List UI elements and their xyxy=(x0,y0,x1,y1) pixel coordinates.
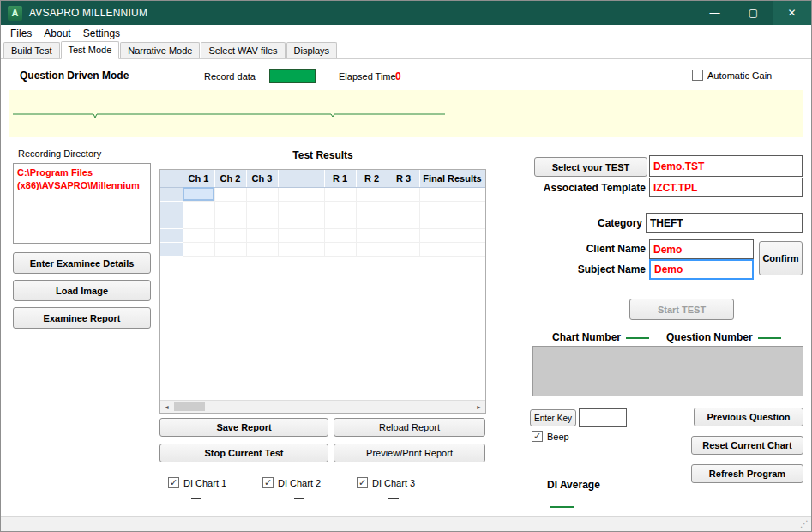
tab-displays[interactable]: Displays xyxy=(286,42,338,58)
test-results-title: Test Results xyxy=(159,149,486,161)
maximize-button[interactable]: ▢ xyxy=(734,1,773,25)
table-cell[interactable] xyxy=(214,228,246,242)
row-header-cell[interactable] xyxy=(160,187,183,201)
close-button[interactable]: ✕ xyxy=(773,1,811,25)
table-cell[interactable] xyxy=(183,201,214,215)
menu-about[interactable]: About xyxy=(38,27,76,39)
table-cell[interactable] xyxy=(278,187,324,201)
table-cell[interactable] xyxy=(388,228,419,242)
tab-bar: Build Test Test Mode Narrative Mode Sele… xyxy=(1,41,811,59)
table-cell[interactable] xyxy=(278,228,324,242)
waveform-display xyxy=(9,90,803,137)
beep-checkbox[interactable]: ✓ Beep xyxy=(532,431,569,442)
table-cell[interactable] xyxy=(388,242,419,256)
table-cell[interactable] xyxy=(419,215,485,228)
table-cell[interactable] xyxy=(183,215,214,228)
column-header-r1: R 1 xyxy=(324,170,356,187)
table-cell[interactable] xyxy=(324,187,356,201)
row-header-cell[interactable] xyxy=(160,215,183,228)
table-cell[interactable] xyxy=(214,215,246,228)
di-chart-3-checkbox[interactable]: ✓ DI Chart 3 xyxy=(357,477,415,488)
table-cell[interactable] xyxy=(388,215,419,228)
table-cell[interactable] xyxy=(246,201,278,215)
select-your-test-button[interactable]: Select your TEST xyxy=(534,157,647,177)
menu-files[interactable]: Files xyxy=(4,27,38,39)
table-cell[interactable] xyxy=(388,187,419,201)
save-report-button[interactable]: Save Report xyxy=(159,418,328,437)
table-cell[interactable] xyxy=(419,201,485,215)
table-cell[interactable] xyxy=(356,201,388,215)
table-cell[interactable] xyxy=(214,242,246,256)
waveform-trace-icon xyxy=(9,90,803,137)
category-field[interactable] xyxy=(646,213,803,233)
di-chart-1-checkbox[interactable]: ✓ DI Chart 1 xyxy=(168,477,226,488)
row-header-cell[interactable] xyxy=(160,228,183,242)
table-cell[interactable] xyxy=(214,187,246,201)
scroll-left-icon[interactable]: ◄ xyxy=(160,401,173,413)
table-cell[interactable] xyxy=(388,201,419,215)
examinee-report-button[interactable]: Examinee Report xyxy=(13,307,151,329)
load-image-button[interactable]: Load Image xyxy=(13,280,151,301)
question-number-label: Question Number xyxy=(666,331,753,343)
table-cell[interactable] xyxy=(356,228,388,242)
table-cell[interactable] xyxy=(246,242,278,256)
client-name-field[interactable] xyxy=(649,239,754,259)
resize-grip-icon[interactable]: ⋰ xyxy=(800,520,809,529)
table-cell[interactable] xyxy=(278,201,324,215)
table-cell[interactable] xyxy=(324,215,356,228)
reset-current-chart-button[interactable]: Reset Current Chart xyxy=(691,436,803,455)
enter-key-button[interactable]: Enter Key xyxy=(530,409,576,426)
automatic-gain-checkbox[interactable]: Automatic Gain xyxy=(692,70,772,81)
table-cell[interactable] xyxy=(278,215,324,228)
status-bar: ⋰ xyxy=(1,516,811,531)
scroll-right-icon[interactable]: ► xyxy=(472,401,485,413)
menu-settings[interactable]: Settings xyxy=(77,27,126,39)
table-cell[interactable] xyxy=(356,242,388,256)
test-file-field[interactable] xyxy=(649,155,803,177)
table-cell[interactable] xyxy=(356,187,388,201)
row-header-cell[interactable] xyxy=(160,201,183,215)
table-row xyxy=(160,215,485,228)
table-cell[interactable] xyxy=(278,242,324,256)
associated-template-field[interactable] xyxy=(649,178,803,197)
tab-test-mode[interactable]: Test Mode xyxy=(61,41,120,59)
start-test-button[interactable]: Start TEST xyxy=(629,299,734,320)
table-cell[interactable] xyxy=(324,228,356,242)
previous-question-button[interactable]: Previous Question xyxy=(694,408,803,426)
column-header-gap xyxy=(278,170,324,187)
reload-report-button[interactable]: Reload Report xyxy=(334,418,485,437)
table-cell[interactable] xyxy=(246,215,278,228)
di-chart-2-checkbox[interactable]: ✓ DI Chart 2 xyxy=(262,477,321,488)
enter-key-field[interactable] xyxy=(579,408,627,427)
tab-build-test[interactable]: Build Test xyxy=(3,42,60,58)
subject-name-field[interactable] xyxy=(649,259,754,280)
table-row xyxy=(160,228,485,242)
refresh-program-button[interactable]: Refresh Program xyxy=(691,464,803,483)
column-header-ch3: Ch 3 xyxy=(246,170,278,187)
table-cell[interactable] xyxy=(324,242,356,256)
tab-narrative-mode[interactable]: Narrative Mode xyxy=(120,42,200,58)
enter-examinee-details-button[interactable]: Enter Examinee Details xyxy=(13,252,151,274)
table-cell[interactable] xyxy=(419,242,485,256)
minimize-button[interactable]: — xyxy=(695,1,734,25)
table-cell[interactable] xyxy=(419,228,485,242)
horizontal-scrollbar[interactable]: ◄ ► xyxy=(160,400,485,413)
selected-cell[interactable] xyxy=(183,187,214,201)
row-header-cell[interactable] xyxy=(160,242,183,256)
table-cell[interactable] xyxy=(246,228,278,242)
stop-current-test-button[interactable]: Stop Current Test xyxy=(159,444,328,462)
table-cell[interactable] xyxy=(324,201,356,215)
table-cell[interactable] xyxy=(246,187,278,201)
table-cell[interactable] xyxy=(419,187,485,201)
column-header-ch2: Ch 2 xyxy=(214,170,246,187)
column-header-final-results: Final Results xyxy=(419,170,485,187)
table-cell[interactable] xyxy=(183,242,214,256)
preview-print-report-button[interactable]: Preview/Print Report xyxy=(334,444,485,462)
table-cell[interactable] xyxy=(356,215,388,228)
tab-select-wav-files[interactable]: Select WAV files xyxy=(201,42,285,58)
table-cell[interactable] xyxy=(214,201,246,215)
main-panel: Question Driven Mode Record data Elapsed… xyxy=(1,59,811,516)
table-cell[interactable] xyxy=(183,228,214,242)
confirm-button[interactable]: Confirm xyxy=(759,241,803,275)
scrollbar-thumb[interactable] xyxy=(174,402,205,411)
